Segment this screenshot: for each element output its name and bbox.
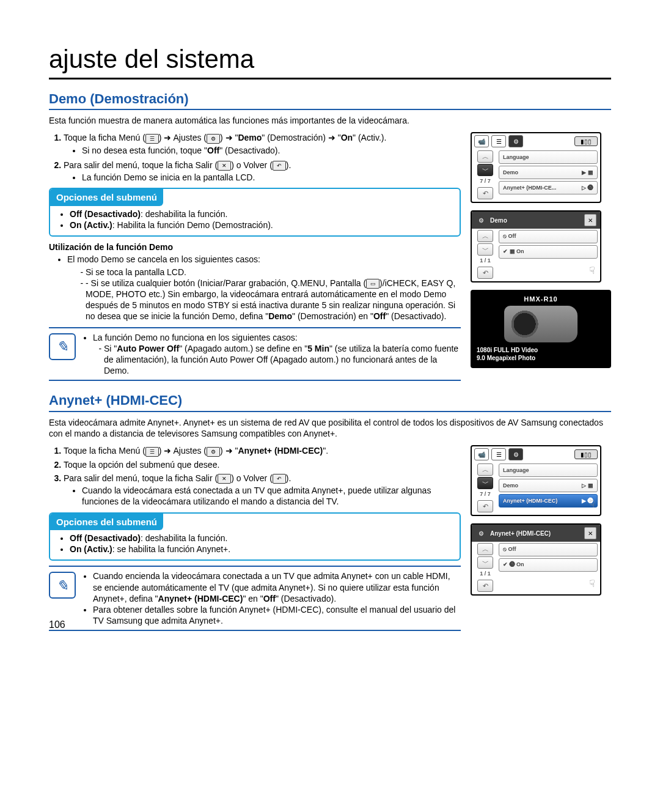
demo-heading: Demo (Demostración) [49,90,611,111]
demo-step2-bullet: La función Demo se inicia en la pantalla… [82,172,461,183]
demo-item[interactable]: Demo▷ ▦ [499,479,598,492]
gear-icon: ⚙ [207,134,220,144]
page-indicator: 1 / 1 [480,570,491,578]
anynet-item[interactable]: Anynet+ (HDMI-CE...▷ 🅐 [499,181,598,194]
on-option[interactable]: ✔ ▦ On [499,245,598,259]
demo-submenu-title: Opciones del submenú [50,189,163,206]
demo-submenu-box: Opciones del submenú Off (Desactivado): … [49,188,461,237]
menu-tab-icon[interactable]: ☰ [491,135,506,147]
demo-submenu-screen: ⚙ Demo ✕ ︿ ﹀ 1 / 1 ↶ ⦸ Off ✔ ▦ On [471,210,601,282]
anynet-step-1: Toque la ficha Menú (☰) ➜ Ajustes (⚙) ➜ … [64,445,461,456]
on-option[interactable]: ✔ 🅐 On [499,558,598,572]
anynet-submenu-box: Opciones del submenú Off (Desactivado): … [49,512,461,561]
language-item[interactable]: Language [499,463,598,477]
battery-icon: ▮▯▯ [574,449,598,459]
demo-item[interactable]: Demo▶ ▦ [499,166,598,179]
language-item[interactable]: Language [499,150,598,164]
back-button[interactable]: ↶ [477,187,493,199]
gear-icon: ⚙ [475,528,486,539]
rec-tab-icon[interactable]: 📹 [474,448,489,460]
anynet-intro: Esta videocámara admite Anynet+. Anynet+… [49,417,611,439]
page-indicator: 7 / 7 [480,178,491,185]
anynet-submenu-title: Opciones del submenú [50,514,163,531]
screen-title-anynet: Anynet+ (HDMI-CEC) [490,530,581,537]
close-button[interactable]: ✕ [584,214,596,226]
scroll-down-button[interactable]: ﹀ [477,556,493,569]
page-title: ajuste del sistema [49,43,611,79]
anynet-step-3: Para salir del menú, toque la ficha Sali… [64,473,461,508]
off-option[interactable]: ⦸ Off [499,230,598,243]
scroll-up-button[interactable]: ︿ [477,543,493,555]
demo-usage-title: Utilización de la función Demo [49,242,461,253]
anynet-heading: Anynet+ (HDMI-CEC) [49,392,611,412]
demo-submenu-off: Off (Desactivado): deshabilita la funció… [70,209,451,220]
back-icon: ↶ [273,474,286,484]
close-icon: ✕ [218,474,231,484]
demo-usage-dash2: - Si se utiliza cualquier botón (Iniciar… [86,278,461,322]
settings-tab-icon[interactable]: ⚙ [508,135,523,147]
note-icon: ✎ [49,333,76,360]
anynet-step3-bullet: Cuando la videocámara está conectada a u… [82,485,461,507]
demo-step-2: Para salir del menú, toque la ficha Sali… [64,160,461,183]
close-icon: ✕ [218,161,231,171]
anynet-note-2: Para obtener detalles sobre la función A… [93,604,461,626]
demo-note-dash1: Si "Auto Power Off" (Apagado autom.) se … [104,343,461,377]
demo-intro: Esta función muestra de manera automátic… [49,115,611,126]
promo-panel: HMX-R10 1080i FULL HD Video 9.0 Megapixe… [471,290,611,368]
anynet-submenu-screen: ⚙ Anynet+ (HDMI-CEC) ✕ ︿ ﹀ 1 / 1 ↶ ⦸ Off… [471,523,601,596]
page-number: 106 [49,619,65,632]
note-icon: ✎ [49,572,76,599]
menu-icon: ☰ [145,134,159,144]
scroll-up-button[interactable]: ︿ [477,230,493,242]
anynet-note-1: Cuando encienda la videocámara conectada… [93,570,461,604]
demo-step-1: Toque la ficha Menú (☰) ➜ Ajustes (⚙) ➜ … [64,132,461,155]
scroll-down-button[interactable]: ﹀ [477,243,493,256]
scroll-up-button[interactable]: ︿ [477,150,493,163]
promo-line1: 1080i FULL HD Video [477,346,605,354]
menu-icon: ☰ [145,447,159,457]
anynet-step-2: Toque la opción del submenú que desee. [64,459,461,470]
anynet-item-selected[interactable]: Anynet+ (HDMI-CEC)▶ 🅐 [499,494,598,508]
battery-icon: ▮▯▯ [574,136,598,146]
demo-step1-bullet: Si no desea esta función, toque "Off" (D… [82,145,461,156]
anynet-submenu-off: Off (Desactivado): deshabilita la funció… [70,533,451,544]
settings-tab-icon[interactable]: ⚙ [508,448,523,460]
scroll-up-button[interactable]: ︿ [477,463,493,476]
page-indicator: 7 / 7 [480,491,491,498]
close-button[interactable]: ✕ [584,527,596,539]
demo-submenu-on: On (Activ.): Habilita la función Demo (D… [70,220,451,231]
promo-model: HMX-R10 [477,295,605,303]
scroll-down-button[interactable]: ﹀ [477,164,493,176]
camcorder-image [504,306,578,342]
back-icon: ↶ [273,161,286,171]
anynet-submenu-on: On (Activ.): se habilita la función Anyn… [70,544,451,555]
settings-screen-demo: 📹 ☰ ⚙ ▮▯▯ ︿ ﹀ 7 / 7 ↶ Language Demo [471,132,601,203]
display-icon: ▭ [366,279,380,289]
settings-screen-anynet: 📹 ☰ ⚙ ▮▯▯ ︿ ﹀ 7 / 7 ↶ Language Demo [471,445,601,516]
gear-icon: ⚙ [207,447,220,457]
anynet-note: ✎ Cuando encienda la videocámara conecta… [49,566,461,631]
page-indicator: 1 / 1 [480,257,491,265]
demo-usage-intro: El modo Demo se cancela en los siguiente… [67,254,461,322]
off-option[interactable]: ⦸ Off [499,543,598,556]
scroll-down-button[interactable]: ﹀ [477,477,493,489]
gear-icon: ⚙ [475,215,486,226]
demo-note: ✎ La función Demo no funciona en los sig… [49,327,461,382]
back-button[interactable]: ↶ [477,580,493,592]
screen-title-demo: Demo [490,216,581,224]
back-button[interactable]: ↶ [477,267,493,279]
demo-usage-dash1: Si se toca la pantalla LCD. [86,267,461,278]
promo-line2: 9.0 Megapixel Photo [477,354,605,362]
demo-note-intro: La función Demo no funciona en los sigui… [93,332,461,377]
menu-tab-icon[interactable]: ☰ [491,448,506,460]
rec-tab-icon[interactable]: 📹 [474,135,489,147]
back-button[interactable]: ↶ [477,500,493,512]
